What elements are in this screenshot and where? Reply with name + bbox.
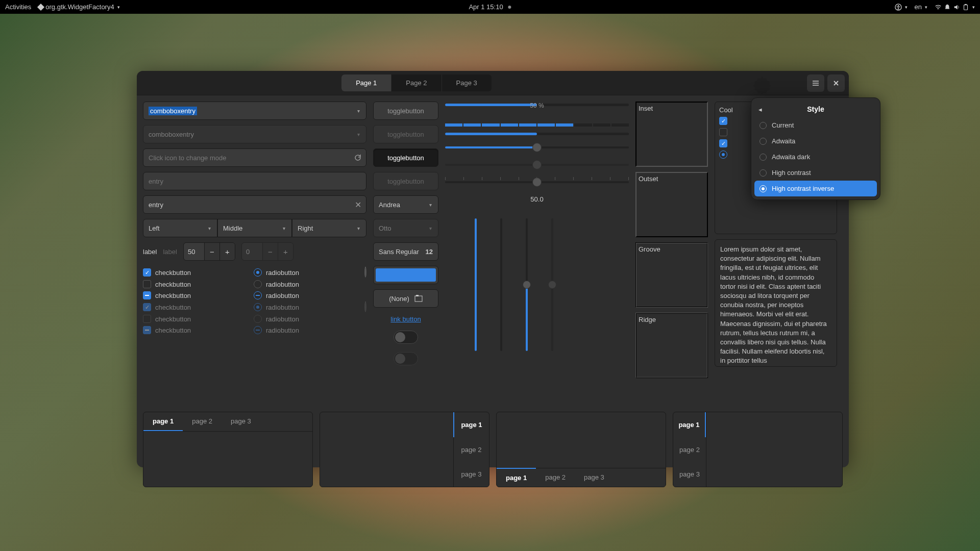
frame-groove: Groove: [635, 242, 708, 308]
spinner-icon: [364, 302, 366, 312]
style-option-adwaita[interactable]: Adwaita: [754, 133, 877, 149]
app-name: org.gtk.WidgetFactory4: [45, 3, 114, 11]
widget-factory-window: Page 1 Page 2 Page 3 comboboxentry ▾ com…: [137, 71, 849, 467]
progressbar-segmented: [445, 123, 629, 127]
radiobutton-4: radiobutton: [254, 303, 357, 312]
hamburger-menu-button[interactable]: [807, 74, 824, 92]
activities-button[interactable]: Activities: [5, 3, 31, 11]
nb1-tab2[interactable]: page 2: [183, 412, 222, 431]
header-tabs: Page 1 Page 2 Page 3: [341, 74, 492, 91]
nb3-tab1[interactable]: page 1: [497, 468, 536, 487]
style-option-high-contrast[interactable]: High contrast: [754, 165, 877, 181]
link-button[interactable]: link button: [373, 313, 438, 325]
style-popover: ◂ Style Current Adwaita Adwaita dark Hig…: [751, 97, 880, 200]
document-icon: [414, 295, 423, 302]
entry-empty[interactable]: [143, 172, 366, 190]
label-1: label: [143, 248, 157, 256]
checkbutton-3[interactable]: checkbutton: [143, 291, 247, 299]
refresh-icon[interactable]: [354, 154, 361, 161]
combobox-entry-2: comboboxentry ▾: [143, 125, 366, 143]
nb3-tab2[interactable]: page 2: [536, 468, 575, 487]
svg-rect-5: [416, 295, 419, 296]
font-button[interactable]: Sans Regular 12: [373, 242, 438, 261]
popover-back-button[interactable]: ◂: [758, 106, 762, 113]
style-option-adwaita-dark[interactable]: Adwaita dark: [754, 149, 877, 165]
color-button[interactable]: [373, 266, 438, 284]
radiobutton-2[interactable]: radiobutton: [254, 280, 357, 288]
nb3-tab3[interactable]: page 3: [575, 468, 614, 487]
togglebutton-3[interactable]: togglebutton: [373, 148, 438, 167]
spin-minus[interactable]: −: [204, 243, 219, 260]
nb4-tab1[interactable]: page 1: [673, 412, 706, 437]
checkbutton-2[interactable]: checkbutton: [143, 280, 247, 288]
nb1-tab3[interactable]: page 3: [222, 412, 260, 431]
system-tray[interactable]: ▾: [935, 4, 975, 11]
vscale-2[interactable]: [496, 218, 506, 351]
accessibility-menu[interactable]: ▾: [895, 4, 908, 11]
tab-page2[interactable]: Page 2: [391, 74, 442, 91]
combo-andrea[interactable]: Andrea▾: [373, 195, 438, 214]
notebook-left: page 1 page 2 page 3: [673, 412, 843, 487]
scale-2: [445, 160, 629, 170]
scale-3[interactable]: [445, 177, 629, 187]
togglebutton-4: togglebutton: [373, 172, 438, 190]
lorem-text: Lorem ipsum dolor sit amet, consectetur …: [715, 239, 837, 367]
titlebar: Page 1 Page 2 Page 3: [137, 71, 849, 95]
gear-icon: [747, 74, 777, 94]
combo-middle[interactable]: Middle▾: [217, 219, 292, 237]
spin-plus[interactable]: +: [219, 243, 235, 260]
combobox-entry-1[interactable]: comboboxentry ▾: [143, 102, 366, 120]
checkbutton-6: checkbutton: [143, 326, 247, 334]
hamburger-icon: [812, 79, 820, 87]
radiobutton-3[interactable]: radiobutton: [254, 291, 357, 299]
nb1-tab1[interactable]: page 1: [143, 412, 183, 431]
radiobutton-1[interactable]: radiobutton: [254, 268, 357, 277]
radiobutton-6: radiobutton: [254, 326, 357, 334]
combo-right[interactable]: Right▾: [292, 219, 366, 237]
nb2-tab1[interactable]: page 1: [453, 412, 489, 437]
notebook-right: page 1 page 2 page 3: [320, 412, 489, 487]
notebook-top: page 1 page 2 page 3: [143, 412, 313, 487]
switch-2: [394, 352, 418, 365]
clear-icon[interactable]: ✕: [355, 200, 361, 210]
label-2: label: [163, 248, 177, 256]
tab-page3[interactable]: Page 3: [442, 74, 492, 91]
frame-ridge: Ridge: [635, 313, 708, 378]
svg-rect-2: [964, 5, 968, 10]
spinbutton-1[interactable]: − +: [183, 242, 235, 261]
volume-icon: [953, 4, 960, 11]
vscale-3[interactable]: [522, 218, 532, 351]
style-option-high-contrast-inverse[interactable]: High contrast inverse: [754, 181, 877, 196]
tab-page1[interactable]: Page 1: [341, 74, 391, 91]
app-menu[interactable]: org.gtk.WidgetFactory4 ▾: [38, 3, 119, 11]
lang-menu[interactable]: en ▾: [915, 3, 927, 11]
wifi-icon: [935, 4, 942, 11]
nb4-tab2[interactable]: page 2: [673, 437, 706, 462]
vscale-1[interactable]: [471, 218, 481, 351]
checkbutton-5: checkbutton: [143, 315, 247, 323]
notebook-bottom: page 1 page 2 page 3: [496, 412, 666, 487]
clock[interactable]: Apr 1 15:10: [469, 3, 511, 11]
nb4-tab3[interactable]: page 3: [673, 462, 706, 487]
checkbutton-4: ✓checkbutton: [143, 303, 247, 312]
style-option-current[interactable]: Current: [754, 117, 877, 133]
radiobutton-5: radiobutton: [254, 315, 357, 323]
file-chooser-button[interactable]: (None): [373, 289, 438, 308]
svg-rect-3: [965, 4, 967, 5]
nb2-tab2[interactable]: page 2: [454, 437, 489, 462]
combo-left[interactable]: Left▾: [143, 219, 217, 237]
spinner-icon: [364, 267, 366, 278]
togglebutton-2: togglebutton: [373, 125, 438, 143]
mode-entry[interactable]: [143, 148, 366, 167]
vscale-4: [547, 218, 557, 351]
scale-1[interactable]: [445, 142, 629, 153]
notification-dot-icon: [508, 6, 511, 9]
app-icon: [37, 3, 44, 10]
togglebutton-1[interactable]: togglebutton: [373, 102, 438, 120]
checkbutton-1[interactable]: ✓checkbutton: [143, 268, 247, 277]
switch-1[interactable]: [394, 331, 418, 344]
frame-inset: Inset: [635, 102, 708, 167]
entry-filled[interactable]: [143, 195, 366, 214]
close-button[interactable]: [827, 74, 845, 92]
nb2-tab3[interactable]: page 3: [454, 462, 489, 487]
